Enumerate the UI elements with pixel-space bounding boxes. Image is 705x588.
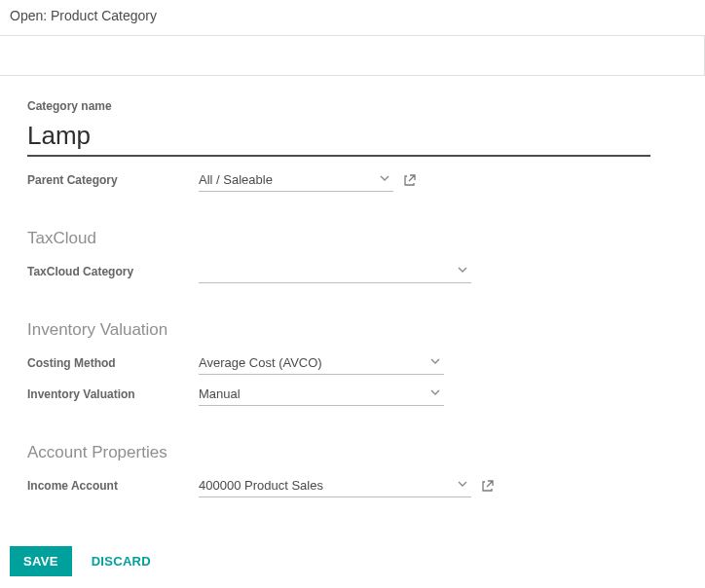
save-button[interactable]: SAVE	[10, 546, 72, 576]
category-name-input[interactable]	[27, 117, 650, 157]
section-account-properties: Account Properties	[27, 443, 678, 462]
category-name-label: Category name	[27, 99, 678, 113]
external-link-icon[interactable]	[481, 479, 495, 493]
external-link-icon[interactable]	[403, 173, 417, 187]
section-inventory-valuation: Inventory Valuation	[27, 320, 678, 340]
inventory-valuation-field[interactable]	[199, 383, 444, 406]
dialog-title: Open: Product Category	[0, 0, 705, 31]
form-body: Category name Parent Category TaxCloud T…	[0, 76, 705, 561]
toolbar-spacer	[0, 35, 705, 76]
footer: SAVE DISCARD	[0, 534, 705, 588]
income-account-label: Income Account	[27, 479, 199, 493]
costing-method-label: Costing Method	[27, 356, 199, 370]
costing-method-input[interactable]	[199, 351, 444, 375]
income-account-input[interactable]	[199, 474, 471, 497]
parent-category-label: Parent Category	[27, 173, 199, 187]
taxcloud-category-label: TaxCloud Category	[27, 265, 199, 278]
section-taxcloud: TaxCloud	[27, 229, 678, 248]
inventory-valuation-label: Inventory Valuation	[27, 387, 199, 401]
costing-method-field[interactable]	[199, 351, 444, 375]
inventory-valuation-input[interactable]	[199, 383, 444, 406]
income-account-field[interactable]	[199, 474, 471, 497]
taxcloud-category-field[interactable]	[199, 260, 471, 283]
parent-category-field[interactable]	[199, 168, 393, 192]
discard-button[interactable]: DISCARD	[92, 554, 151, 569]
parent-category-input[interactable]	[199, 168, 393, 192]
taxcloud-category-input[interactable]	[199, 260, 471, 283]
